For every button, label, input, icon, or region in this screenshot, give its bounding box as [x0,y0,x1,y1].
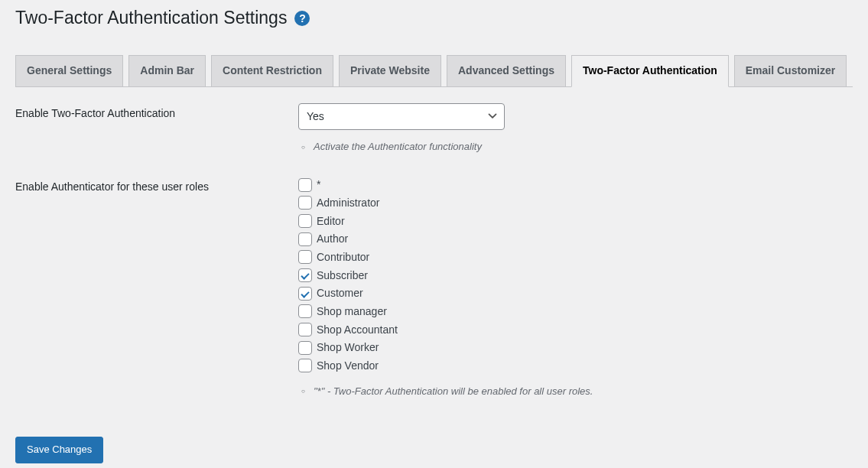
nav-tabs: General SettingsAdmin BarContent Restric… [15,48,853,87]
role-row-contributor[interactable]: Contributor [298,249,845,266]
role-label-editor: Editor [317,215,345,227]
role-checkbox-contributor[interactable] [298,250,312,264]
save-button[interactable]: Save Changes [15,437,103,463]
role-label-contributor: Contributor [317,251,369,263]
role-row-customer[interactable]: Customer [298,285,845,302]
enable-roles-label: Enable Authenticator for these user role… [15,165,291,409]
enable-2fa-help: Activate the Authenticator functionality [298,141,845,154]
role-row-author[interactable]: Author [298,231,845,248]
role-checkbox-administrator[interactable] [298,196,312,210]
role-row-editor[interactable]: Editor [298,213,845,230]
role-checkbox-subscriber[interactable] [298,268,312,282]
enable-roles-help: "*" - Two-Factor Authentication will be … [298,385,845,398]
role-checkbox-customer[interactable] [298,287,312,301]
role-checkbox-shop_manager[interactable] [298,304,312,318]
role-checkbox-all[interactable] [298,178,312,192]
role-label-subscriber: Subscriber [317,269,368,281]
tab-admin-bar[interactable]: Admin Bar [128,55,206,86]
tab-content-restriction[interactable]: Content Restriction [211,55,333,86]
role-row-shop_worker[interactable]: Shop Worker [298,340,845,356]
settings-form: Enable Two-Factor Authentication Yes Act… [15,92,853,410]
role-checkbox-shop_accountant[interactable] [298,323,312,336]
role-label-shop_worker: Shop Worker [317,341,379,353]
role-row-administrator[interactable]: Administrator [298,195,845,212]
role-row-all[interactable]: * [298,177,845,193]
role-label-author: Author [317,232,348,245]
page-title-text: Two-Factor Authentication Settings [15,7,287,30]
role-label-customer: Customer [317,287,363,299]
tab-email-customizer[interactable]: Email Customizer [734,55,847,86]
role-row-shop_vendor[interactable]: Shop Vendor [298,358,845,375]
role-label-shop_manager: Shop manager [317,305,387,317]
tab-private-website[interactable]: Private Website [339,55,441,86]
enable-2fa-label: Enable Two-Factor Authentication [15,92,291,165]
role-label-shop_accountant: Shop Accountant [317,323,398,336]
tab-two-factor-authentication[interactable]: Two-Factor Authentication [571,55,729,87]
role-row-shop_manager[interactable]: Shop manager [298,304,845,320]
role-label-administrator: Administrator [317,197,379,209]
role-checkbox-author[interactable] [298,232,312,246]
page-title: Two-Factor Authentication Settings ? [15,0,853,33]
enable-2fa-select[interactable]: Yes [298,103,505,130]
tab-advanced-settings[interactable]: Advanced Settings [447,55,566,86]
role-checkbox-editor[interactable] [298,214,312,228]
role-checkbox-shop_worker[interactable] [298,341,312,355]
role-label-all: * [317,178,320,190]
tab-general-settings[interactable]: General Settings [15,55,123,86]
role-checkbox-shop_vendor[interactable] [298,359,312,372]
role-row-subscriber[interactable]: Subscriber [298,268,845,284]
help-icon[interactable]: ? [294,11,310,26]
role-label-shop_vendor: Shop Vendor [317,359,379,372]
roles-checkbox-list: *AdministratorEditorAuthorContributorSub… [298,177,845,375]
role-row-shop_accountant[interactable]: Shop Accountant [298,322,845,339]
